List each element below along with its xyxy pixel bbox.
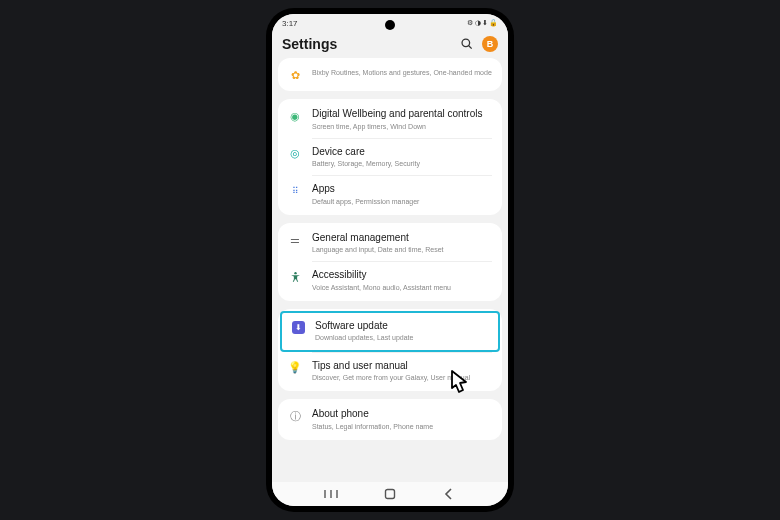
svg-point-2 (294, 272, 296, 274)
item-title: Accessibility (312, 269, 492, 282)
settings-item-wellbeing[interactable]: ◉ Digital Wellbeing and parental control… (278, 101, 502, 138)
item-title: Apps (312, 183, 492, 196)
item-subtitle: Download updates, Last update (315, 333, 488, 342)
item-title: Digital Wellbeing and parental controls (312, 108, 492, 121)
item-title: Device care (312, 146, 492, 159)
settings-item-tips[interactable]: 💡 Tips and user manual Discover, Get mor… (278, 353, 502, 390)
apps-icon: ⠿ (288, 184, 302, 198)
settings-item-apps[interactable]: ⠿ Apps Default apps, Permission manager (278, 176, 502, 213)
item-subtitle: Status, Legal information, Phone name (312, 422, 492, 431)
search-icon[interactable] (460, 37, 474, 51)
svg-rect-6 (385, 490, 394, 499)
svg-line-1 (469, 46, 472, 49)
item-title: Tips and user manual (312, 360, 492, 373)
settings-item-accessibility[interactable]: Accessibility Voice Assistant, Mono audi… (278, 262, 502, 299)
status-time: 3:17 (282, 19, 298, 28)
item-subtitle: Screen time, App timers, Wind Down (312, 122, 492, 131)
status-icons: ⚙ ◑ ⬇ 🔒 (467, 19, 498, 27)
phone-frame: 3:17 ⚙ ◑ ⬇ 🔒 Settings B ✿ Bixby Routines… (266, 8, 514, 512)
settings-group: ◉ Digital Wellbeing and parental control… (278, 99, 502, 215)
item-subtitle: Voice Assistant, Mono audio, Assistant m… (312, 283, 492, 292)
settings-header: Settings B (272, 32, 508, 58)
item-subtitle: Battery, Storage, Memory, Security (312, 159, 492, 168)
wellbeing-icon: ◉ (288, 109, 302, 123)
download-icon: ⬇ (292, 321, 305, 334)
settings-item-general[interactable]: ⚌ General management Language and input,… (278, 225, 502, 262)
back-button[interactable] (437, 487, 461, 501)
info-icon: ⓘ (288, 409, 302, 423)
settings-list[interactable]: ✿ Bixby Routines, Motions and gestures, … (272, 58, 508, 482)
settings-item-advanced[interactable]: ✿ Bixby Routines, Motions and gestures, … (278, 60, 502, 89)
svg-point-0 (462, 39, 470, 47)
lightbulb-icon: 💡 (288, 361, 302, 375)
item-title: General management (312, 232, 492, 245)
recents-button[interactable] (319, 487, 343, 501)
accessibility-icon (288, 270, 302, 284)
home-button[interactable] (378, 487, 402, 501)
settings-group: ⓘ About phone Status, Legal information,… (278, 399, 502, 440)
screen: 3:17 ⚙ ◑ ⬇ 🔒 Settings B ✿ Bixby Routines… (272, 14, 508, 506)
navigation-bar (272, 482, 508, 506)
settings-item-device-care[interactable]: ◎ Device care Battery, Storage, Memory, … (278, 139, 502, 176)
item-subtitle: Default apps, Permission manager (312, 197, 492, 206)
settings-group: ⚌ General management Language and input,… (278, 223, 502, 301)
item-subtitle: Discover, Get more from your Galaxy, Use… (312, 373, 492, 382)
item-title: Software update (315, 320, 488, 333)
settings-group: ⬇ Software update Download updates, Last… (278, 309, 502, 391)
device-care-icon: ◎ (288, 147, 302, 161)
settings-item-about-phone[interactable]: ⓘ About phone Status, Legal information,… (278, 401, 502, 438)
profile-avatar[interactable]: B (482, 36, 498, 52)
item-subtitle: Language and input, Date and time, Reset (312, 245, 492, 254)
settings-item-software-update[interactable]: ⬇ Software update Download updates, Last… (280, 311, 500, 352)
item-title: About phone (312, 408, 492, 421)
camera-notch (385, 20, 395, 30)
item-subtitle: Bixby Routines, Motions and gestures, On… (312, 68, 492, 77)
gear-icon: ✿ (288, 68, 302, 82)
sliders-icon: ⚌ (288, 233, 302, 247)
page-title: Settings (282, 36, 460, 52)
settings-group: ✿ Bixby Routines, Motions and gestures, … (278, 58, 502, 91)
